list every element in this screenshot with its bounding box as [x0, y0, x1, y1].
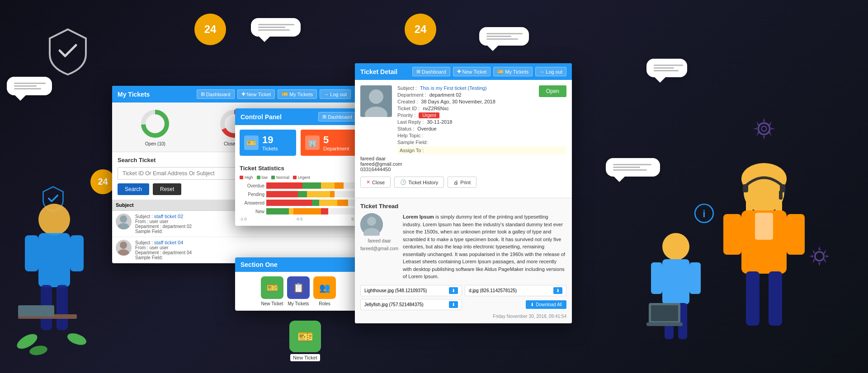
svg-point-45 — [120, 242, 127, 249]
section-one-window: Section One 🎫 New Ticket 📋 My Tickets 👥 … — [235, 257, 362, 311]
cp-stats: 🎫 19 Tickets 🏢 5 Department — [235, 125, 362, 160]
svg-rect-20 — [743, 184, 748, 192]
section-one-header: Section One — [235, 257, 362, 272]
ticket-sample-1: Sample Field: — [135, 229, 192, 234]
new-ticket-icon-box: 🎫 — [261, 276, 283, 299]
my-tickets-nav: ⊞ Dashboard ✚ New Ticket 🎫 My Tickets → … — [197, 89, 351, 99]
td-content: Open Subject : This is my First ticket (… — [355, 80, 572, 198]
td-lastreply-row: Last Reply : 30-11-2018 — [397, 119, 566, 125]
new-ticket-large[interactable]: 🎫 New Ticket — [289, 321, 321, 361]
close-ticket-button[interactable]: ✕ Close — [360, 177, 391, 188]
ticket-link-1[interactable]: staff ticket 02 — [154, 214, 184, 219]
ticket-from-1: From : user user — [135, 219, 192, 224]
td-info: Open Subject : This is my First ticket (… — [397, 85, 566, 156]
new-ticket-icon-label: New Ticket — [261, 301, 283, 306]
download-attachment-2-btn[interactable]: ⬇ — [553, 287, 562, 294]
print-button[interactable]: 🖨 Print — [448, 177, 476, 188]
open-button[interactable]: Open — [539, 85, 566, 97]
thread-sender-name: fareed daar — [360, 238, 398, 243]
person-right-illustration — [701, 147, 827, 373]
thread-body-text: is simply dummy text of the printing and… — [403, 214, 565, 279]
td-user-info: fareed daar fareed@gmail.com 03316444450 — [360, 156, 566, 172]
section-my-tickets[interactable]: 📋 My Tickets — [287, 276, 310, 306]
chart-axis: -1.0 -0.5 0.0 — [240, 217, 357, 221]
new-ticket-btn-1[interactable]: ✚ New Ticket — [237, 89, 275, 99]
td-action-btns: ✕ Close 🕒 Ticket History 🖨 Print — [360, 177, 566, 188]
section-new-ticket[interactable]: 🎫 New Ticket — [261, 276, 283, 306]
bar-row-answered: Answered — [240, 200, 357, 206]
svg-rect-22 — [779, 191, 783, 200]
my-tickets-btn-1[interactable]: 🎫 My Tickets — [278, 89, 317, 99]
col-subject: Subject — [112, 200, 239, 211]
person-left-illustration — [14, 183, 95, 373]
svg-point-14 — [29, 345, 48, 357]
dept-icon: 🏢 — [305, 135, 320, 150]
bar-chart: Overdue Pending An — [240, 182, 357, 214]
chart-legend: High low Normal Urgent — [240, 175, 357, 180]
my-tickets-icon-box: 📋 — [287, 276, 310, 299]
svg-point-1 — [761, 126, 766, 131]
cp-title: Control Panel — [241, 113, 282, 121]
ticket-subject-label-1: Subject : staff ticket 02 — [135, 214, 192, 219]
section-roles[interactable]: 👥 Roles — [313, 276, 336, 306]
svg-point-44 — [118, 223, 129, 229]
dashboard-btn-1[interactable]: ⊞ Dashboard — [197, 89, 235, 99]
bar-track-overdue — [266, 182, 357, 189]
control-panel-window: Control Panel ⊞ Dashboard 🎫 19 Tickets 🏢… — [235, 108, 362, 226]
td-my-tickets-icon: 🎫 — [497, 69, 504, 75]
badge-circle-2: 24 — [405, 14, 436, 45]
svg-point-46 — [118, 249, 129, 256]
ticket-dept-1: Department : department 02 — [135, 224, 192, 229]
svg-point-43 — [120, 215, 127, 223]
print-icon: 🖨 — [453, 180, 458, 185]
download-all-button[interactable]: ⬇ Download All — [526, 300, 566, 309]
attachment-2: d.jpg (826.1142578125) ⬇ — [465, 285, 566, 296]
td-my-tickets-btn[interactable]: 🎫 My Tickets — [493, 67, 533, 76]
ticket-history-button[interactable]: 🕒 Ticket History — [394, 177, 444, 188]
td-dashboard-icon: ⊞ — [416, 69, 420, 75]
td-logout-btn[interactable]: → Log out — [535, 67, 566, 76]
attachment-3-name: Jellyfish.jpg (757.521484375) — [364, 302, 424, 307]
svg-rect-8 — [70, 235, 84, 271]
td-dashboard-btn[interactable]: ⊞ Dashboard — [412, 67, 450, 76]
new-ticket-large-label: New Ticket — [290, 354, 320, 361]
ticket-sample-2: Sample Field: — [135, 255, 192, 260]
tickets-count: 19 — [262, 134, 278, 146]
stats-section: Ticket Statistics High low Normal Urgent — [235, 160, 362, 226]
td-header: Ticket Detail ⊞ Dashboard ✚ New Ticket 🎫… — [355, 63, 572, 80]
td-helptopic-row: Help Topic : — [397, 133, 566, 138]
person-laptop-illustration — [642, 215, 710, 373]
td-new-ticket-btn[interactable]: ✚ New Ticket — [453, 67, 491, 76]
dept-stat: 🏢 5 Department — [301, 130, 357, 156]
logout-icon-1: → — [324, 92, 329, 97]
avatar-1 — [116, 214, 132, 229]
thread-body: Lorem Ipsum is simply dummy text of the … — [403, 213, 566, 280]
bar-row-new: New — [240, 208, 357, 214]
reset-button[interactable]: Reset — [153, 183, 181, 195]
download-all-container: ⬇ Download All — [465, 299, 566, 310]
svg-rect-12 — [18, 305, 54, 317]
stats-title: Ticket Statistics — [240, 165, 357, 172]
cp-header: Control Panel ⊞ Dashboard — [235, 108, 362, 125]
ticket-dept-2: Department : department 04 — [135, 250, 192, 255]
search-button[interactable]: Search — [118, 183, 149, 195]
logout-btn-1[interactable]: → Log out — [320, 89, 351, 99]
td-username: fareed daar — [360, 156, 566, 161]
new-ticket-large-icon: 🎫 — [289, 321, 321, 352]
thread-message: fareed daar fareed@gmail.com Lorem Ipsum… — [360, 213, 566, 280]
download-attachment-3-btn[interactable]: ⬇ — [449, 301, 458, 308]
td-userphone: 03316444450 — [360, 167, 566, 172]
bar-row-overdue: Overdue — [240, 182, 357, 189]
attachment-2-name: d.jpg (826.1142578125) — [469, 288, 517, 293]
svg-rect-31 — [651, 262, 662, 294]
svg-rect-25 — [787, 214, 805, 255]
svg-point-0 — [758, 123, 769, 134]
bar-track-pending — [266, 191, 357, 197]
dept-label: Department — [323, 146, 349, 151]
cp-dashboard-btn[interactable]: ⊞ Dashboard — [318, 112, 356, 121]
svg-rect-24 — [723, 214, 741, 255]
dept-count: 5 — [323, 134, 349, 146]
thread-sender-email: fareed@gmail.com — [360, 246, 398, 251]
download-attachment-1-btn[interactable]: ⬇ — [449, 287, 458, 294]
ticket-link-2[interactable]: staff ticket 04 — [154, 240, 184, 245]
